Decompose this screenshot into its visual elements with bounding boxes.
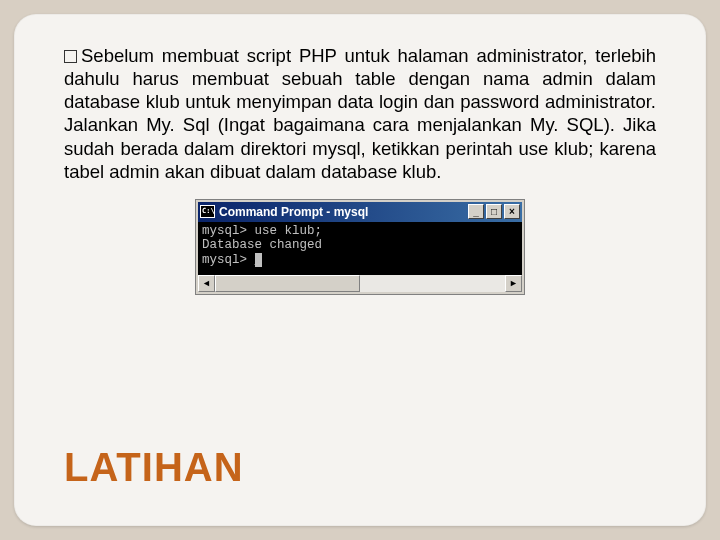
- scroll-left-button[interactable]: ◄: [198, 275, 215, 292]
- cmd-icon: [200, 205, 215, 218]
- cursor-icon: _: [255, 253, 263, 267]
- page-heading: LATIHAN: [64, 445, 244, 490]
- command-prompt-window: Command Prompt - mysql _ □ × mysql> use …: [195, 199, 525, 295]
- term-line-1: mysql> use klub;: [202, 224, 322, 238]
- scroll-right-button[interactable]: ►: [505, 275, 522, 292]
- titlebar: Command Prompt - mysql _ □ ×: [198, 202, 522, 222]
- minimize-button[interactable]: _: [468, 204, 484, 219]
- window-title: Command Prompt - mysql: [219, 205, 466, 219]
- scrollbar-horizontal[interactable]: ◄ ►: [198, 275, 522, 292]
- close-button[interactable]: ×: [504, 204, 520, 219]
- term-line-3: mysql>: [202, 253, 255, 267]
- scroll-thumb[interactable]: [215, 275, 360, 292]
- paragraph-text: Sebelum membuat script PHP untuk halaman…: [64, 45, 656, 182]
- scroll-track[interactable]: [215, 275, 505, 292]
- body-paragraph: Sebelum membuat script PHP untuk halaman…: [64, 44, 656, 183]
- checkbox-icon: [64, 50, 77, 63]
- terminal-body: mysql> use klub; Database changed mysql>…: [198, 222, 522, 275]
- maximize-button[interactable]: □: [486, 204, 502, 219]
- term-line-2: Database changed: [202, 238, 322, 252]
